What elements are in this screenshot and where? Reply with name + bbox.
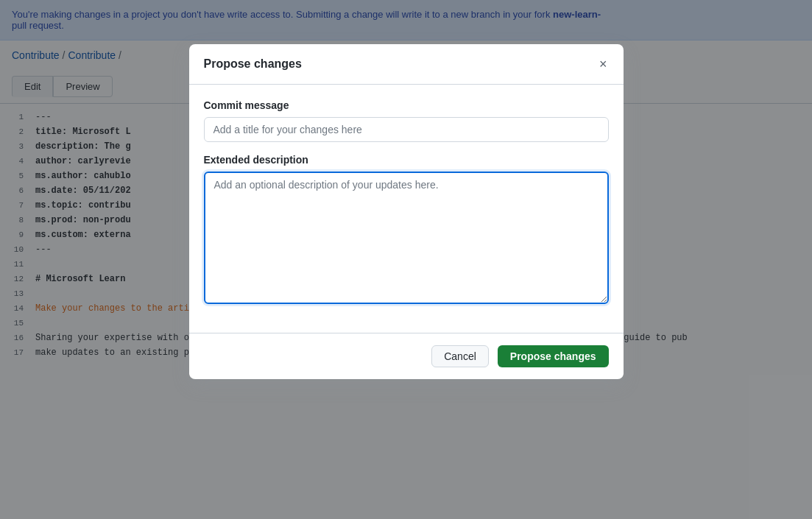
extended-description-label: Extended description xyxy=(204,154,609,166)
modal-footer: Cancel Propose changes xyxy=(189,333,624,379)
modal-body: Commit message Extended description xyxy=(189,85,624,333)
modal-header: Propose changes × xyxy=(189,44,624,85)
commit-message-label: Commit message xyxy=(204,99,609,111)
cancel-button[interactable]: Cancel xyxy=(431,345,489,367)
modal-title: Propose changes xyxy=(204,57,302,71)
extended-description-textarea[interactable] xyxy=(204,172,609,304)
modal-close-button[interactable]: × xyxy=(598,56,609,72)
propose-changes-modal: Propose changes × Commit message Extende… xyxy=(189,44,624,379)
modal-overlay: Propose changes × Commit message Extende… xyxy=(0,0,812,519)
commit-message-group: Commit message xyxy=(204,99,609,142)
propose-changes-button[interactable]: Propose changes xyxy=(498,345,609,367)
commit-message-input[interactable] xyxy=(204,117,609,142)
extended-description-group: Extended description xyxy=(204,154,609,306)
